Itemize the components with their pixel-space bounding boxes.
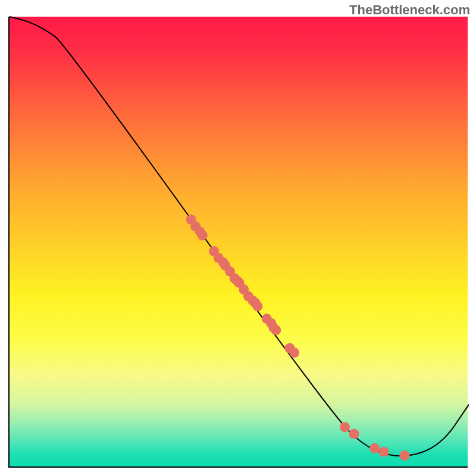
chart-container: TheBottleneck.com <box>0 0 476 476</box>
data-point <box>289 347 299 358</box>
markers-group <box>186 215 409 461</box>
plot-area <box>8 17 468 468</box>
data-point <box>198 230 208 240</box>
chart-svg <box>10 17 469 468</box>
data-point <box>379 447 389 457</box>
data-point <box>349 429 359 439</box>
bottleneck-curve <box>10 17 469 456</box>
data-point <box>369 443 380 453</box>
data-point <box>271 325 281 335</box>
data-point <box>399 450 409 461</box>
data-point <box>340 422 350 432</box>
watermark-text: TheBottleneck.com <box>349 2 470 18</box>
data-point <box>252 301 262 311</box>
